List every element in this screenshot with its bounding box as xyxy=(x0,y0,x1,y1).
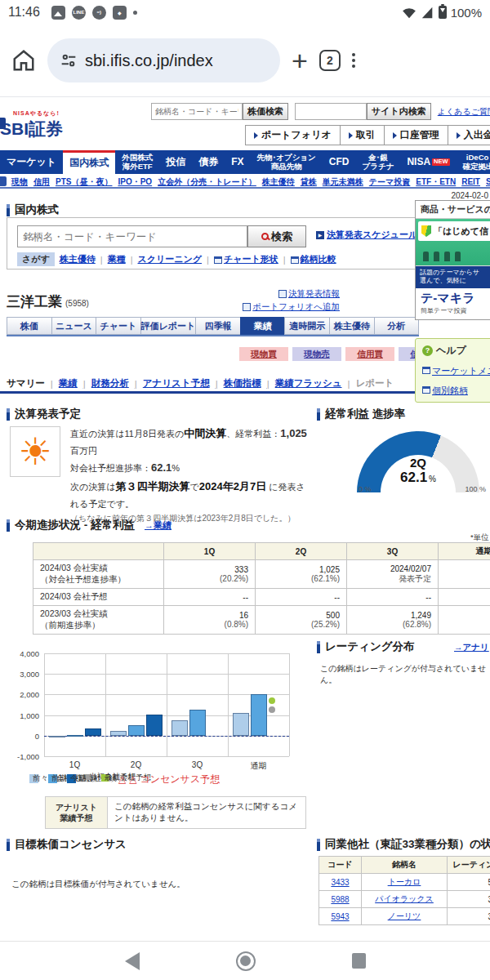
sub-nav-link[interactable]: テーマ投資 xyxy=(369,177,410,186)
report-sub-tab[interactable]: アナリスト予想 xyxy=(143,377,210,390)
stock-tab[interactable]: チャート xyxy=(96,317,141,335)
main-nav-item[interactable]: 外国株式 海外ETF xyxy=(115,150,159,174)
quick-link-button[interactable]: ポートフォリオ xyxy=(245,125,341,145)
theme-ad-banner[interactable]: 話題のテーマからサ選んで、気軽に テ-マキラ 簡単テーマ投資 xyxy=(416,265,490,319)
products-header: 商品・サービスのご xyxy=(416,201,490,219)
x-tick-label: 1Q xyxy=(44,760,105,769)
earnings-schedule-link[interactable]: 決算発表スケジュール xyxy=(327,229,417,241)
stock-tab[interactable]: 四季報 xyxy=(195,317,241,335)
main-nav-item[interactable]: 先物･オプション 商品先物 xyxy=(250,150,322,174)
help-link[interactable]: 個別銘柄 xyxy=(432,385,468,395)
to-results-link[interactable]: →業績 xyxy=(145,519,172,532)
sbi-logo[interactable]: NISAやるなら! SBI証券 xyxy=(0,109,63,140)
table-header-row: コード 銘柄名 レーティング 対 xyxy=(319,857,490,874)
trade-button[interactable]: 現物買 xyxy=(239,347,288,361)
y-tick-label: 0 xyxy=(7,732,39,741)
main-nav-item[interactable]: 国内株式 xyxy=(63,150,115,174)
main-nav-item[interactable]: iDeCo節税 確定拠出年金 xyxy=(457,150,490,174)
report-sub-tab[interactable]: レポート xyxy=(356,377,394,390)
to-analyst-link[interactable]: →アナリ xyxy=(454,642,489,653)
quick-links: ポートフォリオ取引口座管理入出金・振替 xyxy=(245,125,490,145)
legend-item: 前期会社実績 xyxy=(48,774,57,783)
peer-code-link[interactable]: 5943 xyxy=(331,912,349,921)
plot-separator xyxy=(167,653,167,756)
quick-link-button[interactable]: 入出金・振替 xyxy=(448,125,490,145)
report-sub-tab[interactable]: サマリー xyxy=(7,377,45,390)
beginner-mark-icon xyxy=(421,225,431,237)
main-nav-item[interactable]: 金･銀 プラチナ xyxy=(356,150,401,174)
sub-nav-link[interactable]: 現物 xyxy=(11,177,28,186)
header-stock-search-input[interactable] xyxy=(151,103,243,120)
sub-nav-link[interactable]: 貸株 xyxy=(301,177,317,186)
stock-tab[interactable]: 評価レポート xyxy=(140,317,197,335)
stock-tab[interactable]: ニュース xyxy=(51,317,97,335)
portfolio-add-link[interactable]: ポートフォリオへ追加 xyxy=(252,301,340,311)
tab-screening[interactable]: スクリーニング xyxy=(138,253,203,265)
chart-plot: 4,0003,0002,0001,0000-1,0001Q2Q3Q通期 xyxy=(7,647,310,771)
sub-nav-link[interactable]: PTS（昼・夜） xyxy=(56,177,112,186)
web-page: NISAやるなら! SBI証券 株価検索 サイト内検索 よくあるご質問|お問い合… xyxy=(0,98,490,941)
stock-tab[interactable]: 適時開示 xyxy=(284,317,330,335)
stock-tab[interactable]: 株主優待 xyxy=(329,317,375,335)
main-nav-item[interactable]: FX xyxy=(225,150,250,174)
search-button[interactable]: 検索 xyxy=(247,225,306,247)
clock: 11:46 xyxy=(8,5,40,20)
peer-name-link[interactable]: パイオラックス xyxy=(375,894,434,903)
sub-nav-link[interactable]: IPO・PO xyxy=(118,177,152,186)
report-sub-tab[interactable]: 財務分析 xyxy=(91,377,129,390)
stock-code: (5958) xyxy=(65,299,89,308)
back-button[interactable] xyxy=(125,952,140,970)
sub-nav-link[interactable]: 立会外（分売・トレード） xyxy=(158,177,256,186)
browser-menu-button[interactable] xyxy=(352,53,355,68)
main-nav-item[interactable]: CFD xyxy=(323,150,356,174)
magnifier-icon xyxy=(261,233,269,240)
stock-tab[interactable]: 業績 xyxy=(240,317,286,335)
earnings-info-link[interactable]: 決算発表情報 xyxy=(288,288,340,298)
sub-nav-link[interactable]: REIT xyxy=(461,177,480,186)
peer-code-link[interactable]: 3433 xyxy=(331,878,349,887)
report-sub-tab[interactable]: 業績フラッシュ xyxy=(275,377,342,390)
sub-nav-link[interactable]: SBI株オプション xyxy=(486,177,490,186)
peer-name-link[interactable]: トーカロ xyxy=(388,877,421,886)
tab-compare[interactable]: 銘柄比較 xyxy=(301,254,336,264)
new-tab-button[interactable]: + xyxy=(292,47,308,74)
main-nav-item[interactable]: 投信 xyxy=(159,150,192,174)
url-bar[interactable]: sbi.ifis.co.jp/index xyxy=(47,38,280,82)
legend-swatch-icon xyxy=(129,774,136,784)
tab-gyoshu[interactable]: 業種 xyxy=(108,253,126,265)
tab-switcher-button[interactable]: 2 xyxy=(319,50,341,71)
stock-tab[interactable]: 分析 xyxy=(374,317,420,335)
faq-link[interactable]: よくあるご質問 xyxy=(438,107,490,116)
home-button[interactable] xyxy=(236,951,256,971)
home-button[interactable] xyxy=(11,48,36,73)
main-nav-item[interactable]: 債券 xyxy=(192,150,225,174)
report-sub-tab[interactable]: 業績 xyxy=(59,377,78,390)
y-tick-label: 2,000 xyxy=(7,690,39,699)
beginner-ad-banner[interactable]: 「はじめて信 xyxy=(416,219,490,265)
products-box: 商品・サービスのご 「はじめて信 話題のテーマからサ選んで、気軽に テ-マキラ … xyxy=(415,200,490,320)
tab-yutai[interactable]: 株主優待 xyxy=(60,253,96,265)
trade-button[interactable]: 信用買 xyxy=(345,347,394,361)
tune-icon[interactable] xyxy=(60,52,77,69)
site-search-input[interactable] xyxy=(295,103,367,120)
recents-button[interactable] xyxy=(352,953,366,969)
peer-name-link[interactable]: ノーリツ xyxy=(388,911,421,920)
sub-nav-link[interactable]: 単元未満株 xyxy=(323,177,363,186)
sub-nav-link[interactable]: 株主優待 xyxy=(262,177,295,186)
trade-button[interactable]: 現物売 xyxy=(292,347,341,361)
quick-link-button[interactable]: 口座管理 xyxy=(385,125,448,145)
url-text[interactable]: sbi.ifis.co.jp/index xyxy=(85,51,213,70)
stock-tab[interactable]: 株価 xyxy=(7,317,52,335)
tab-chart-shape[interactable]: チャート形状 xyxy=(224,254,278,264)
quick-link-button[interactable]: 取引 xyxy=(341,125,385,145)
help-link[interactable]: マーケットメニュ xyxy=(432,366,490,376)
main-nav-item[interactable]: マーケット xyxy=(0,150,63,174)
site-search-button[interactable]: サイト内検索 xyxy=(367,103,431,120)
peer-code-link[interactable]: 5988 xyxy=(331,895,349,904)
sub-nav-link[interactable]: ETF・ETN xyxy=(416,177,456,186)
sub-nav-link[interactable]: 信用 xyxy=(33,177,50,186)
stock-search-button[interactable]: 株価検索 xyxy=(243,103,288,120)
symbol-search-input[interactable] xyxy=(17,225,247,247)
main-nav-item[interactable]: NISANEW xyxy=(400,150,456,174)
report-sub-tab[interactable]: 株価指標 xyxy=(224,377,261,390)
